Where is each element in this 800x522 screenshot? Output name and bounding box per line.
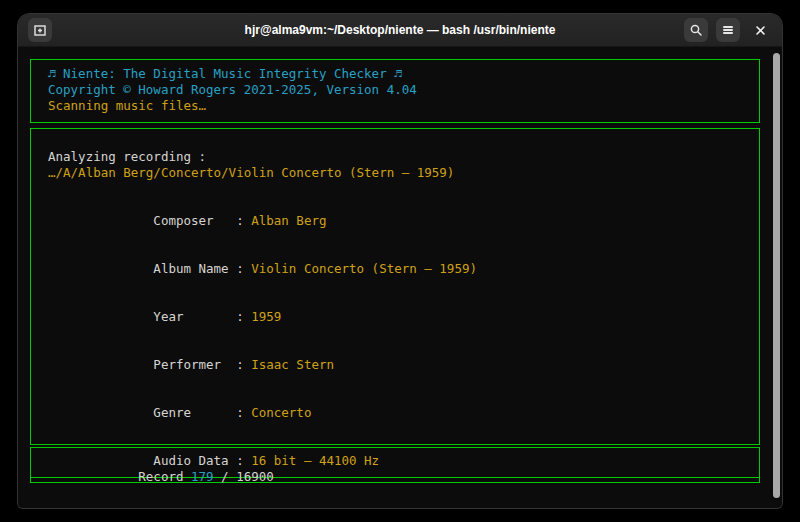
search-button[interactable] (684, 18, 708, 42)
status-line: Scanning music files… (48, 98, 759, 114)
analysis-heading: Analyzing recording : (48, 149, 759, 165)
scrollbar[interactable] (771, 47, 782, 508)
terminal-window: hjr@alma9vm:~/Desktop/niente — bash /usr… (18, 14, 782, 508)
field-composer: Composer: Alban Berg (48, 197, 759, 245)
field-value: 16 bit – 44100 Hz (251, 453, 379, 468)
record-number: 179 (191, 469, 214, 484)
desktop: hjr@alma9vm:~/Desktop/niente — bash /usr… (0, 0, 800, 522)
menu-icon (723, 26, 733, 34)
analysis-box: Analyzing recording : …/A/Alban Berg/Con… (30, 128, 760, 445)
close-button[interactable] (748, 18, 772, 42)
field-value: Violin Concerto (Stern – 1959) (251, 261, 477, 276)
app-title: ♬ Niente: The Digital Music Integrity Ch… (48, 66, 759, 82)
field-separator: : (236, 261, 251, 276)
search-icon (689, 23, 703, 37)
tui-layout: ♬ Niente: The Digital Music Integrity Ch… (30, 59, 760, 483)
field-performer: Performer: Isaac Stern (48, 341, 759, 389)
close-icon (755, 25, 766, 36)
terminal-screen[interactable]: ♬ Niente: The Digital Music Integrity Ch… (18, 47, 782, 508)
field-value: 1959 (251, 309, 281, 324)
field-separator: : (236, 357, 251, 372)
new-tab-button[interactable] (28, 18, 52, 42)
field-album-name: Album Name: Violin Concerto (Stern – 195… (48, 245, 759, 293)
field-separator: : (236, 405, 251, 420)
menu-button[interactable] (716, 18, 740, 42)
field-label: Album Name (153, 261, 236, 277)
field-label: Audio Data (153, 453, 236, 469)
new-tab-icon (33, 23, 47, 37)
metadata-fields: Composer: Alban Berg Album Name: Violin … (48, 197, 759, 485)
recording-path: …/A/Alban Berg/Concerto/Violin Concerto … (48, 165, 759, 181)
field-value: Alban Berg (251, 213, 326, 228)
field-label: Genre (153, 405, 236, 421)
field-label: Performer (153, 357, 236, 373)
field-value: Concerto (251, 405, 311, 420)
scrollbar-thumb[interactable] (773, 53, 780, 498)
record-label: Record (138, 469, 191, 484)
titlebar: hjr@alma9vm:~/Desktop/niente — bash /usr… (18, 14, 782, 47)
field-genre: Genre: Concerto (48, 389, 759, 437)
window-title: hjr@alma9vm:~/Desktop/niente — bash /usr… (245, 23, 556, 37)
field-value: Isaac Stern (251, 357, 334, 372)
record-total: 16900 (236, 469, 274, 484)
field-label: Year (153, 309, 236, 325)
field-separator: : (236, 309, 251, 324)
field-label: Composer (153, 213, 236, 229)
copyright-line: Copyright © Howard Rogers 2021-2025, Ver… (48, 82, 759, 98)
field-separator: : (236, 213, 251, 228)
record-separator: / (214, 469, 237, 484)
header-box: ♬ Niente: The Digital Music Integrity Ch… (30, 59, 760, 123)
field-separator: : (236, 453, 251, 468)
field-year: Year: 1959 (48, 293, 759, 341)
